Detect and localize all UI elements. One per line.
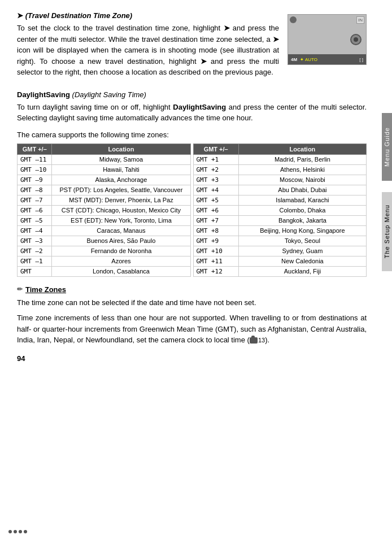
table-row: GMT +6Colombo, Dhaka xyxy=(193,205,367,215)
setup-menu-tab: The Setup Menu xyxy=(382,192,392,271)
gmt-cell: GMT +4 xyxy=(193,185,238,195)
table-row: GMT +12Auckland, Fiji xyxy=(193,266,367,276)
title-arrow-icon: ➤ xyxy=(17,11,23,20)
table-row: GMT +8Beijing, Hong Kong, Singapore xyxy=(193,225,367,236)
location-cell: Bangkok, Jakarta xyxy=(238,215,366,225)
gmt-cell: GMT +12 xyxy=(193,266,238,276)
camera-icon-ref xyxy=(250,337,258,344)
table-row: GMT +1Madrid, Paris, Berlin xyxy=(193,154,367,164)
gmt-cell: GMT +3 xyxy=(193,175,238,185)
table-left-head: GMT +/– Location xyxy=(18,144,191,154)
travel-section: ➤ (Travel Destination Time Zone) To set … xyxy=(17,11,367,84)
table-row: GMT –10Hawaii, Tahiti xyxy=(18,164,191,175)
tables-container: GMT +/– Location GMT –11Midway, SamoaGMT… xyxy=(17,144,367,277)
menu-guide-label: Menu Guide xyxy=(384,127,390,167)
table-row: GMT –2Fernando de Noronha xyxy=(18,246,191,256)
table-row: GMT +9Tokyo, Seoul xyxy=(193,236,367,246)
table-left-col2-header: Location xyxy=(52,144,190,154)
location-cell: Beijing, Hong Kong, Singapore xyxy=(238,225,366,236)
table-row: GMTLondon, Casablanca xyxy=(18,266,191,276)
dot-1 xyxy=(8,530,12,533)
table-right-col2-header: Location xyxy=(238,144,366,154)
dot-4 xyxy=(24,530,27,533)
gmt-cell: GMT –10 xyxy=(18,164,52,175)
camera-dial-icon xyxy=(350,34,361,45)
camera-4m-label: 4M xyxy=(291,57,297,62)
camera-in-label: IN xyxy=(356,16,364,24)
arrow3-icon: ➤ xyxy=(201,56,207,67)
location-cell: Buenos Aires, São Paulo xyxy=(52,236,190,246)
travel-title: ➤ (Travel Destination Time Zone) xyxy=(17,11,279,20)
gmt-cell: GMT +1 xyxy=(193,154,238,164)
gmt-cell: GMT –8 xyxy=(18,185,52,195)
gmt-cell: GMT +8 xyxy=(193,225,238,236)
location-cell: Madrid, Paris, Berlin xyxy=(238,154,366,164)
note-title: ✏ Time Zones xyxy=(17,285,367,294)
table-row: GMT +3Moscow, Nairobi xyxy=(193,175,367,185)
timezone-table-right: GMT +/– Location GMT +1Madrid, Paris, Be… xyxy=(193,144,367,277)
table-row: GMT –7MST (MDT): Denver, Phoenix, La Paz xyxy=(18,195,191,205)
gmt-cell: GMT +9 xyxy=(193,236,238,246)
travel-text-block: ➤ (Travel Destination Time Zone) To set … xyxy=(17,11,279,84)
daylight-title-bold: DaylightSaving xyxy=(17,90,70,99)
dot-2 xyxy=(14,530,17,533)
table-right-col1-header: GMT +/– xyxy=(193,144,238,154)
location-cell: Abu Dhabi, Dubai xyxy=(238,185,366,195)
location-cell: Fernando de Noronha xyxy=(52,246,190,256)
table-left-header-row: GMT +/– Location xyxy=(18,144,191,154)
daylight-title: DaylightSaving (Daylight Saving Time) xyxy=(17,90,367,99)
daylight-title-italic: (Daylight Saving Time) xyxy=(72,90,146,99)
page-container: ➤ (Travel Destination Time Zone) To set … xyxy=(0,0,392,539)
timezones-section: The camera supports the following time z… xyxy=(17,131,367,277)
table-row: GMT +11New Caledonia xyxy=(193,256,367,266)
arrow2-icon: ➤ xyxy=(273,34,279,45)
camera-dial-center xyxy=(354,37,358,42)
gmt-cell: GMT –2 xyxy=(18,246,52,256)
camera-screen: IN 4M ✦ AUTO [ ] xyxy=(288,15,366,64)
note-section: ✏ Time Zones The time zone can not be se… xyxy=(17,285,367,346)
location-cell: Hawaii, Tahiti xyxy=(52,164,190,175)
note-para2: Time zone increments of less than one ho… xyxy=(17,312,367,346)
gmt-cell: GMT +2 xyxy=(193,164,238,175)
table-right-header-row: GMT +/– Location xyxy=(193,144,367,154)
note-title-text: Time Zones xyxy=(25,285,66,294)
table-row: GMT –4Caracas, Manaus xyxy=(18,225,191,236)
daylight-body: To turn daylight saving time on or off, … xyxy=(17,102,367,124)
gmt-cell: GMT xyxy=(18,266,52,276)
location-cell: Alaska, Anchorage xyxy=(52,175,190,185)
gmt-cell: GMT –9 xyxy=(18,175,52,185)
location-cell: PST (PDT): Los Angeles, Seattle, Vancouv… xyxy=(52,185,190,195)
table-row: GMT –8PST (PDT): Los Angeles, Seattle, V… xyxy=(18,185,191,195)
gmt-cell: GMT +5 xyxy=(193,195,238,205)
location-cell: EST (EDT): New York, Toronto, Lima xyxy=(52,215,190,225)
timezone-table-left: GMT +/– Location GMT –11Midway, SamoaGMT… xyxy=(17,144,191,277)
arrow1-icon: ➤ xyxy=(224,23,230,34)
table-row: GMT –1Azores xyxy=(18,256,191,266)
table-left-body: GMT –11Midway, SamoaGMT –10Hawaii, Tahit… xyxy=(18,154,191,276)
page-number: 94 xyxy=(17,354,367,363)
table-right-body: GMT +1Madrid, Paris, BerlinGMT +2Athens,… xyxy=(193,154,367,276)
timezones-intro: The camera supports the following time z… xyxy=(17,131,367,139)
camera-lens-icon xyxy=(290,16,297,23)
gmt-cell: GMT –5 xyxy=(18,215,52,225)
location-cell: Athens, Helsinki xyxy=(238,164,366,175)
pencil-icon: ✏ xyxy=(17,285,23,293)
table-row: GMT +10Sydney, Guam xyxy=(193,246,367,256)
gmt-cell: GMT –7 xyxy=(18,195,52,205)
gmt-cell: GMT +6 xyxy=(193,205,238,215)
gmt-cell: GMT –6 xyxy=(18,205,52,215)
location-cell: Caracas, Manaus xyxy=(52,225,190,236)
location-cell: CST (CDT): Chicago, Houston, Mexico City xyxy=(52,205,190,215)
table-left-col1-header: GMT +/– xyxy=(18,144,52,154)
camera-bracket-label: [ ] xyxy=(359,57,363,62)
table-row: GMT –3Buenos Aires, São Paulo xyxy=(18,236,191,246)
location-cell: Azores xyxy=(52,256,190,266)
travel-title-text: (Travel Destination Time Zone) xyxy=(25,11,133,20)
location-cell: MST (MDT): Denver, Phoenix, La Paz xyxy=(52,195,190,205)
table-row: GMT +7Bangkok, Jakarta xyxy=(193,215,367,225)
gmt-cell: GMT –11 xyxy=(18,154,52,164)
table-row: GMT –6CST (CDT): Chicago, Houston, Mexic… xyxy=(18,205,191,215)
location-cell: Auckland, Fiji xyxy=(238,266,366,276)
location-cell: Colombo, Dhaka xyxy=(238,205,366,215)
camera-auto-label: ✦ AUTO xyxy=(300,57,317,62)
